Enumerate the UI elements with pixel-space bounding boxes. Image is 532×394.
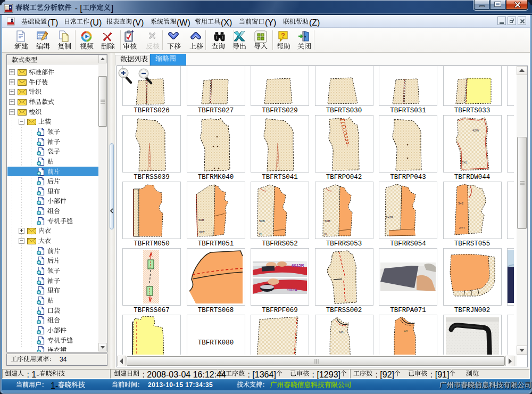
svg-text:3XT: 3XT — [199, 231, 205, 234]
svg-text:902A: 902A — [287, 288, 297, 292]
svg-text:50B: 50B — [259, 219, 265, 223]
svg-text:3+2F: 3+2F — [386, 216, 393, 219]
svg-text:A8: A8 — [404, 330, 408, 333]
svg-text:XL: XL — [324, 233, 328, 236]
svg-text:M6: M6 — [339, 331, 344, 334]
svg-text:6015R: 6015R — [292, 263, 304, 268]
svg-text:AYT: AYT — [459, 226, 466, 229]
svg-text:50B: 50B — [198, 218, 204, 221]
svg-text:5XL: 5XL — [462, 161, 468, 164]
svg-text:50B: 50B — [325, 219, 330, 223]
svg-text:XL: XL — [259, 233, 263, 236]
svg-text:3+2: 3+2 — [458, 202, 464, 205]
svg-text:?: ? — [281, 31, 285, 39]
svg-text:42W: 42W — [472, 129, 479, 132]
